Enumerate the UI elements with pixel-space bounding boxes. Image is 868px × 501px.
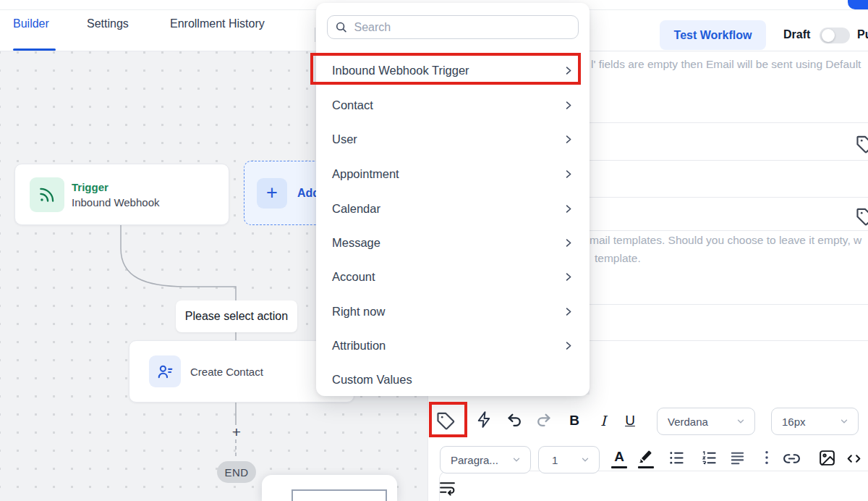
- underline-button[interactable]: U: [622, 412, 638, 429]
- cutoff-blue-button[interactable]: [848, 0, 868, 9]
- active-tab-underline: [13, 49, 56, 51]
- chevron-down-icon: [511, 455, 522, 465]
- link-icon[interactable]: [783, 450, 801, 468]
- font-size-value: 16px: [782, 416, 806, 428]
- divider: [590, 122, 868, 123]
- contact-person-icon: [149, 355, 181, 387]
- font-size-select[interactable]: 16px: [771, 408, 859, 435]
- code-view-icon[interactable]: [845, 450, 863, 468]
- menu-item-inbound-webhook-trigger[interactable]: Inbound Webhook Trigger: [316, 53, 590, 88]
- chevron-right-icon: [563, 65, 574, 76]
- chevron-right-icon: [563, 100, 574, 111]
- text-color-button[interactable]: A: [611, 449, 627, 465]
- divider: [590, 340, 868, 341]
- action-search-input[interactable]: [354, 21, 571, 34]
- merge-tag-button[interactable]: [433, 408, 459, 434]
- paragraph-style-value: Paragra...: [451, 454, 498, 466]
- workflow-builder-app: Trigger Inbound Webhook + Add Please sel…: [0, 0, 868, 501]
- editor-body-border: [439, 471, 868, 501]
- trigger-link-bolt-icon[interactable]: [475, 411, 493, 429]
- chevron-right-icon: [563, 237, 574, 248]
- line-height-value: 1: [552, 454, 558, 466]
- chevron-right-icon: [563, 271, 574, 282]
- italic-button[interactable]: I: [595, 412, 611, 429]
- bottom-popup-field[interactable]: [292, 489, 387, 501]
- undo-icon[interactable]: [506, 411, 524, 429]
- numbered-list-icon[interactable]: [701, 450, 718, 466]
- menu-item-calendar[interactable]: Calendar: [316, 191, 590, 226]
- menu-item-appointment[interactable]: Appointment: [316, 156, 590, 191]
- menu-item-user[interactable]: User: [316, 122, 590, 156]
- tab-builder[interactable]: Builder: [13, 17, 49, 30]
- divider: [590, 304, 868, 305]
- align-text-icon[interactable]: [729, 450, 746, 466]
- highlighter-icon[interactable]: [637, 447, 655, 465]
- search-icon: [335, 20, 347, 34]
- email-settings-panel: l' fields are empty then Email will be s…: [590, 51, 868, 395]
- create-contact-label: Create Contact: [190, 366, 263, 378]
- insert-image-icon[interactable]: [818, 449, 836, 467]
- chevron-right-icon: [563, 340, 574, 351]
- test-workflow-button[interactable]: Test Workflow: [660, 20, 766, 50]
- chevron-down-icon: [580, 455, 590, 465]
- plus-icon: +: [257, 178, 287, 209]
- tab-enrollment-history[interactable]: Enrollment History: [170, 17, 265, 30]
- menu-item-account[interactable]: Account: [316, 259, 590, 294]
- end-badge: END: [217, 461, 256, 483]
- text-color-bar: [611, 466, 627, 468]
- font-family-value: Verdana: [668, 416, 708, 428]
- toggle-knob: [822, 29, 835, 42]
- line-height-select[interactable]: 1: [538, 446, 600, 473]
- more-options-kebab-icon[interactable]: [759, 448, 775, 467]
- draft-label: Draft: [783, 28, 810, 41]
- panel-note-mid-1: mail templates. Should you choose to lea…: [590, 234, 861, 247]
- chevron-right-icon: [563, 306, 574, 317]
- tab-settings[interactable]: Settings: [87, 17, 129, 30]
- publish-label: Pu: [857, 28, 868, 41]
- menu-item-right-now[interactable]: Right now: [316, 294, 590, 329]
- chevron-right-icon: [563, 134, 574, 145]
- header-divider: [315, 28, 315, 42]
- chevron-down-icon: [736, 416, 746, 426]
- menu-item-custom-values[interactable]: Custom Values: [316, 362, 590, 397]
- tag-icon[interactable]: [856, 135, 868, 157]
- panel-note-mid-2: template.: [595, 252, 641, 265]
- bottom-popup-card: [262, 475, 397, 501]
- trigger-node-title: Trigger: [72, 181, 160, 193]
- divider: [590, 197, 868, 198]
- trigger-node[interactable]: Trigger Inbound Webhook: [14, 164, 229, 225]
- panel-note-top: l' fields are empty then Email will be s…: [591, 58, 861, 71]
- text-wrap-icon[interactable]: [438, 479, 456, 497]
- webhook-broadcast-icon: [30, 177, 64, 212]
- divider: [590, 230, 868, 231]
- highlight-color-bar: [638, 466, 654, 468]
- paragraph-style-select[interactable]: Paragra...: [440, 446, 531, 473]
- trigger-node-subtitle: Inbound Webhook: [72, 196, 160, 209]
- chevron-right-icon: [563, 203, 574, 214]
- select-action-prompt: Please select action: [176, 300, 297, 332]
- add-step-plus[interactable]: +: [229, 425, 244, 439]
- chevron-down-icon: [839, 416, 849, 426]
- action-search-box[interactable]: [327, 15, 579, 39]
- bullet-list-icon[interactable]: [668, 450, 685, 466]
- divider: [590, 160, 868, 161]
- bold-button[interactable]: B: [566, 412, 582, 429]
- publish-toggle[interactable]: [820, 28, 850, 43]
- font-family-select[interactable]: Verdana: [657, 408, 755, 435]
- action-picker-dropdown: Inbound Webhook Trigger Contact User App…: [316, 3, 590, 396]
- chevron-right-icon: [563, 169, 574, 180]
- menu-item-attribution[interactable]: Attribution: [316, 328, 590, 363]
- menu-item-contact[interactable]: Contact: [316, 88, 590, 122]
- menu-item-message[interactable]: Message: [316, 225, 590, 260]
- redo-icon[interactable]: [535, 411, 553, 429]
- tag-icon[interactable]: [856, 207, 868, 230]
